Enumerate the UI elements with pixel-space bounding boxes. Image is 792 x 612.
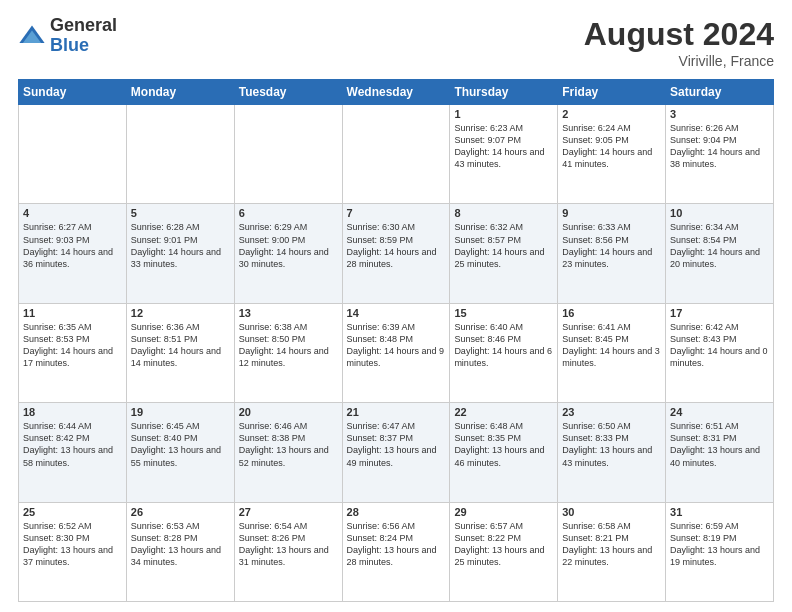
day-number: 12 [131, 307, 230, 319]
day-info: Sunrise: 6:57 AM Sunset: 8:22 PM Dayligh… [454, 520, 553, 569]
month-title: August 2024 [584, 16, 774, 53]
calendar-cell: 5Sunrise: 6:28 AM Sunset: 9:01 PM Daylig… [126, 204, 234, 303]
logo-general: General [50, 16, 117, 36]
calendar-week-row: 11Sunrise: 6:35 AM Sunset: 8:53 PM Dayli… [19, 303, 774, 402]
day-number: 13 [239, 307, 338, 319]
calendar-header-row: SundayMondayTuesdayWednesdayThursdayFrid… [19, 80, 774, 105]
day-number: 29 [454, 506, 553, 518]
day-info: Sunrise: 6:34 AM Sunset: 8:54 PM Dayligh… [670, 221, 769, 270]
calendar-cell: 17Sunrise: 6:42 AM Sunset: 8:43 PM Dayli… [666, 303, 774, 402]
day-number: 8 [454, 207, 553, 219]
page: General Blue August 2024 Viriville, Fran… [0, 0, 792, 612]
day-number: 22 [454, 406, 553, 418]
calendar-week-row: 25Sunrise: 6:52 AM Sunset: 8:30 PM Dayli… [19, 502, 774, 601]
logo-blue: Blue [50, 36, 117, 56]
title-block: August 2024 Viriville, France [584, 16, 774, 69]
day-number: 26 [131, 506, 230, 518]
day-number: 9 [562, 207, 661, 219]
calendar-cell: 19Sunrise: 6:45 AM Sunset: 8:40 PM Dayli… [126, 403, 234, 502]
calendar-cell: 2Sunrise: 6:24 AM Sunset: 9:05 PM Daylig… [558, 105, 666, 204]
day-info: Sunrise: 6:51 AM Sunset: 8:31 PM Dayligh… [670, 420, 769, 469]
calendar-cell: 6Sunrise: 6:29 AM Sunset: 9:00 PM Daylig… [234, 204, 342, 303]
calendar-cell: 24Sunrise: 6:51 AM Sunset: 8:31 PM Dayli… [666, 403, 774, 502]
day-info: Sunrise: 6:42 AM Sunset: 8:43 PM Dayligh… [670, 321, 769, 370]
day-info: Sunrise: 6:50 AM Sunset: 8:33 PM Dayligh… [562, 420, 661, 469]
calendar-week-row: 18Sunrise: 6:44 AM Sunset: 8:42 PM Dayli… [19, 403, 774, 502]
day-number: 15 [454, 307, 553, 319]
calendar-cell: 25Sunrise: 6:52 AM Sunset: 8:30 PM Dayli… [19, 502, 127, 601]
logo-icon [18, 22, 46, 50]
day-number: 23 [562, 406, 661, 418]
day-number: 16 [562, 307, 661, 319]
day-number: 25 [23, 506, 122, 518]
day-info: Sunrise: 6:32 AM Sunset: 8:57 PM Dayligh… [454, 221, 553, 270]
day-number: 27 [239, 506, 338, 518]
calendar-cell: 15Sunrise: 6:40 AM Sunset: 8:46 PM Dayli… [450, 303, 558, 402]
calendar-cell: 20Sunrise: 6:46 AM Sunset: 8:38 PM Dayli… [234, 403, 342, 502]
column-header-monday: Monday [126, 80, 234, 105]
day-info: Sunrise: 6:23 AM Sunset: 9:07 PM Dayligh… [454, 122, 553, 171]
day-info: Sunrise: 6:35 AM Sunset: 8:53 PM Dayligh… [23, 321, 122, 370]
day-number: 5 [131, 207, 230, 219]
day-number: 7 [347, 207, 446, 219]
day-number: 3 [670, 108, 769, 120]
day-number: 17 [670, 307, 769, 319]
day-info: Sunrise: 6:29 AM Sunset: 9:00 PM Dayligh… [239, 221, 338, 270]
day-number: 1 [454, 108, 553, 120]
day-info: Sunrise: 6:56 AM Sunset: 8:24 PM Dayligh… [347, 520, 446, 569]
day-info: Sunrise: 6:30 AM Sunset: 8:59 PM Dayligh… [347, 221, 446, 270]
calendar-week-row: 1Sunrise: 6:23 AM Sunset: 9:07 PM Daylig… [19, 105, 774, 204]
day-number: 20 [239, 406, 338, 418]
day-number: 19 [131, 406, 230, 418]
day-info: Sunrise: 6:41 AM Sunset: 8:45 PM Dayligh… [562, 321, 661, 370]
calendar-cell: 4Sunrise: 6:27 AM Sunset: 9:03 PM Daylig… [19, 204, 127, 303]
day-number: 11 [23, 307, 122, 319]
day-info: Sunrise: 6:44 AM Sunset: 8:42 PM Dayligh… [23, 420, 122, 469]
day-number: 31 [670, 506, 769, 518]
day-info: Sunrise: 6:52 AM Sunset: 8:30 PM Dayligh… [23, 520, 122, 569]
calendar-week-row: 4Sunrise: 6:27 AM Sunset: 9:03 PM Daylig… [19, 204, 774, 303]
day-info: Sunrise: 6:46 AM Sunset: 8:38 PM Dayligh… [239, 420, 338, 469]
calendar-cell: 9Sunrise: 6:33 AM Sunset: 8:56 PM Daylig… [558, 204, 666, 303]
calendar-cell: 21Sunrise: 6:47 AM Sunset: 8:37 PM Dayli… [342, 403, 450, 502]
calendar-cell [234, 105, 342, 204]
calendar-cell: 31Sunrise: 6:59 AM Sunset: 8:19 PM Dayli… [666, 502, 774, 601]
day-number: 2 [562, 108, 661, 120]
day-info: Sunrise: 6:53 AM Sunset: 8:28 PM Dayligh… [131, 520, 230, 569]
day-info: Sunrise: 6:54 AM Sunset: 8:26 PM Dayligh… [239, 520, 338, 569]
calendar-cell: 23Sunrise: 6:50 AM Sunset: 8:33 PM Dayli… [558, 403, 666, 502]
calendar-cell: 1Sunrise: 6:23 AM Sunset: 9:07 PM Daylig… [450, 105, 558, 204]
day-info: Sunrise: 6:39 AM Sunset: 8:48 PM Dayligh… [347, 321, 446, 370]
calendar-cell: 16Sunrise: 6:41 AM Sunset: 8:45 PM Dayli… [558, 303, 666, 402]
day-info: Sunrise: 6:28 AM Sunset: 9:01 PM Dayligh… [131, 221, 230, 270]
logo-text: General Blue [50, 16, 117, 56]
day-number: 10 [670, 207, 769, 219]
calendar-cell [19, 105, 127, 204]
day-info: Sunrise: 6:58 AM Sunset: 8:21 PM Dayligh… [562, 520, 661, 569]
day-info: Sunrise: 6:48 AM Sunset: 8:35 PM Dayligh… [454, 420, 553, 469]
logo: General Blue [18, 16, 117, 56]
calendar-cell: 27Sunrise: 6:54 AM Sunset: 8:26 PM Dayli… [234, 502, 342, 601]
calendar-cell: 26Sunrise: 6:53 AM Sunset: 8:28 PM Dayli… [126, 502, 234, 601]
header: General Blue August 2024 Viriville, Fran… [18, 16, 774, 69]
column-header-sunday: Sunday [19, 80, 127, 105]
day-number: 30 [562, 506, 661, 518]
column-header-friday: Friday [558, 80, 666, 105]
day-info: Sunrise: 6:24 AM Sunset: 9:05 PM Dayligh… [562, 122, 661, 171]
calendar-cell: 7Sunrise: 6:30 AM Sunset: 8:59 PM Daylig… [342, 204, 450, 303]
calendar-cell: 22Sunrise: 6:48 AM Sunset: 8:35 PM Dayli… [450, 403, 558, 502]
calendar-cell: 8Sunrise: 6:32 AM Sunset: 8:57 PM Daylig… [450, 204, 558, 303]
calendar-table: SundayMondayTuesdayWednesdayThursdayFrid… [18, 79, 774, 602]
column-header-wednesday: Wednesday [342, 80, 450, 105]
location: Viriville, France [584, 53, 774, 69]
calendar-cell: 3Sunrise: 6:26 AM Sunset: 9:04 PM Daylig… [666, 105, 774, 204]
calendar-cell: 10Sunrise: 6:34 AM Sunset: 8:54 PM Dayli… [666, 204, 774, 303]
calendar-cell: 12Sunrise: 6:36 AM Sunset: 8:51 PM Dayli… [126, 303, 234, 402]
day-info: Sunrise: 6:27 AM Sunset: 9:03 PM Dayligh… [23, 221, 122, 270]
column-header-tuesday: Tuesday [234, 80, 342, 105]
day-number: 28 [347, 506, 446, 518]
day-info: Sunrise: 6:59 AM Sunset: 8:19 PM Dayligh… [670, 520, 769, 569]
day-number: 6 [239, 207, 338, 219]
calendar-cell [126, 105, 234, 204]
day-info: Sunrise: 6:38 AM Sunset: 8:50 PM Dayligh… [239, 321, 338, 370]
